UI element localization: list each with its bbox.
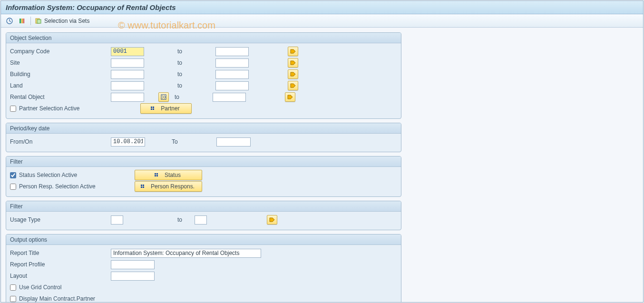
person-respons-button[interactable]: Person Respons. [135, 181, 202, 192]
land-multiselect-button[interactable] [288, 81, 298, 90]
svg-rect-2 [21, 19, 23, 23]
svg-rect-12 [156, 173, 158, 175]
from-on-input[interactable] [111, 137, 145, 147]
rental-object-label: Rental Object [10, 94, 111, 100]
company-code-to-input[interactable] [215, 47, 249, 56]
to-label: To [145, 138, 216, 145]
layout-input[interactable] [111, 272, 155, 281]
building-multiselect-button[interactable] [288, 69, 298, 79]
selection-via-sets-label: Selection via Sets [44, 18, 89, 24]
page-title: Information System: Occupancy of Rental … [6, 3, 176, 11]
clock-execute-icon [6, 17, 13, 25]
svg-rect-17 [141, 186, 142, 188]
report-title-input[interactable] [111, 249, 261, 258]
svg-rect-13 [155, 175, 156, 176]
variant-icon [18, 17, 26, 25]
arrow-right-icon [287, 95, 293, 99]
company-code-from-input[interactable] [111, 47, 144, 56]
display-main-contract-partner-checkbox[interactable] [10, 296, 16, 302]
building-label: Building [10, 71, 111, 78]
status-button-label: Status [165, 172, 181, 178]
group-filter-2: Filter Usage Type to [6, 201, 401, 230]
use-grid-control-checkbox[interactable] [10, 284, 16, 291]
usage-type-multiselect-button[interactable] [267, 215, 277, 225]
person-resp-selection-label: Person Resp. Selection Active [19, 183, 96, 190]
svg-rect-9 [151, 108, 152, 110]
from-on-label: From/On [10, 138, 111, 145]
to-label: to [144, 59, 215, 66]
svg-rect-10 [153, 108, 154, 110]
report-profile-label: Report Profile [10, 261, 111, 268]
sets-icon [35, 17, 42, 25]
land-to-input[interactable] [215, 81, 249, 90]
svg-rect-15 [141, 185, 142, 186]
variant-button[interactable] [16, 16, 28, 26]
site-label: Site [10, 59, 111, 66]
building-from-input[interactable] [111, 70, 144, 79]
display-main-contract-partner-label: Display Main Contract.Partner [19, 295, 95, 302]
group-period: Period/key date From/On To [6, 123, 401, 152]
to-label: to [144, 71, 215, 78]
group-object-selection: Object Selection Company Code to [6, 32, 401, 119]
usage-type-from-input[interactable] [111, 215, 123, 225]
group-header-filter-1: Filter [6, 156, 401, 167]
partner-selection-active-checkbox[interactable] [10, 106, 16, 112]
person-resp-selection-wrapper: Person Resp. Selection Active [10, 183, 135, 190]
usage-type-label: Usage Type [10, 216, 111, 223]
display-main-contract-partner-wrapper: Display Main Contract.Partner [10, 295, 134, 302]
svg-rect-3 [23, 19, 24, 23]
rental-object-to-input[interactable] [213, 93, 246, 102]
svg-rect-18 [143, 186, 144, 188]
partner-selection-active-wrapper: Partner Selection Active [10, 105, 111, 112]
svg-rect-11 [155, 173, 156, 175]
arrow-right-icon [269, 217, 275, 222]
titlebar: Information System: Occupancy of Rental … [1, 1, 643, 14]
status-selection-active-wrapper: Status Selection Active [10, 172, 135, 178]
svg-rect-14 [156, 175, 158, 176]
status-selection-active-checkbox[interactable] [10, 172, 16, 178]
rental-object-from-input[interactable] [111, 93, 144, 102]
svg-rect-8 [153, 107, 154, 108]
partner-selection-active-label: Partner Selection Active [19, 105, 79, 112]
selection-via-sets-button[interactable]: Selection via Sets [33, 16, 91, 26]
site-from-input[interactable] [111, 59, 144, 68]
land-label: Land [10, 82, 111, 89]
expand-icon [154, 173, 159, 177]
period-to-input[interactable] [216, 137, 251, 147]
status-selection-active-label: Status Selection Active [19, 172, 77, 178]
use-grid-control-label: Use Grid Control [19, 284, 61, 291]
expand-icon [140, 184, 145, 189]
report-profile-input[interactable] [111, 260, 155, 269]
person-resp-selection-checkbox[interactable] [10, 184, 16, 190]
to-label: to [169, 94, 213, 100]
company-code-multiselect-button[interactable] [288, 47, 298, 56]
partner-button[interactable]: Partner [140, 103, 192, 114]
rental-object-multiselect-button[interactable] [285, 92, 295, 102]
person-respons-button-label: Person Respons. [151, 183, 195, 190]
site-to-input[interactable] [215, 59, 249, 68]
svg-rect-16 [143, 185, 144, 186]
to-label: to [144, 82, 215, 89]
svg-rect-1 [20, 19, 21, 23]
partner-button-label: Partner [161, 105, 179, 112]
usage-type-to-input[interactable] [195, 215, 207, 225]
status-button[interactable]: Status [135, 170, 202, 180]
group-header-object-selection: Object Selection [6, 33, 401, 43]
svg-rect-7 [151, 107, 152, 108]
land-from-input[interactable] [111, 81, 144, 90]
arrow-right-icon [290, 60, 296, 65]
expand-icon [150, 106, 155, 111]
group-header-output-options: Output options [6, 235, 401, 245]
toolbar-separator [30, 17, 31, 25]
execute-button[interactable] [4, 16, 15, 26]
site-multiselect-button[interactable] [288, 58, 298, 68]
group-output-options: Output options Report Title Report Profi… [6, 234, 401, 302]
rental-object-f4-button[interactable] [158, 92, 169, 102]
company-code-label: Company Code [10, 48, 111, 55]
to-label: to [144, 48, 215, 55]
building-to-input[interactable] [215, 70, 249, 79]
group-filter-1: Filter Status Selection Active Status [6, 156, 401, 197]
svg-rect-5 [37, 20, 41, 23]
to-label: to [123, 216, 195, 223]
arrow-right-icon [290, 49, 296, 54]
